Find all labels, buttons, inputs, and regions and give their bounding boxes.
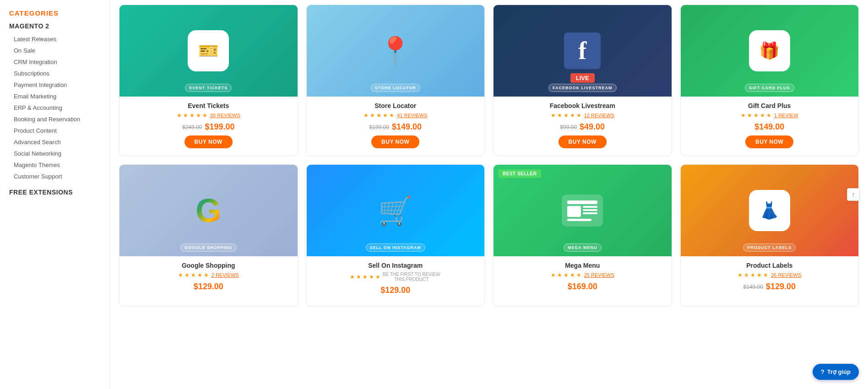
star-icon: ★ — [557, 112, 562, 119]
sidebar-item-product-content[interactable]: Product Content — [9, 125, 105, 136]
product-image: BEST SELLER MEGA MENU — [494, 165, 672, 256]
product-image-label: SELL ON INSTAGRAM — [366, 243, 425, 252]
product-image: 🛒 SELL ON INSTAGRAM — [307, 165, 485, 256]
price-new: $49.00 — [580, 122, 605, 132]
star-icon: ★ — [564, 272, 569, 278]
product-image: f LIVE FACEBOOK LIVESTREAM — [494, 5, 672, 97]
star-icon: ★ — [576, 112, 581, 119]
sidebar-item-subscriptions[interactable]: Subscriptions — [9, 68, 105, 79]
star-icon: ★ — [178, 272, 183, 278]
stars-row: ★★★★★ 2 REVIEWS — [178, 272, 239, 278]
product-card-google-shopping: G GOOGLE SHOPPING Google Shopping ★★★★★ … — [119, 164, 298, 307]
star-icon: ★ — [744, 272, 749, 278]
price-new: $149.00 — [754, 122, 784, 132]
product-image: 📍 STORE LOCATOR — [307, 5, 485, 97]
price-row: $249.00 $199.00 — [182, 122, 234, 132]
stars-row: ★★★★★ 1 REVIEW — [741, 112, 798, 119]
review-link[interactable]: 26 REVIEWS — [771, 272, 801, 278]
star-icon: ★ — [570, 272, 575, 278]
product-image: 👗 PRODUCT LABELS — [681, 165, 859, 256]
price-new: $129.00 — [194, 282, 223, 292]
star-icon: ★ — [551, 112, 556, 119]
star-icon: ★ — [190, 112, 195, 119]
star-icon: ★ — [757, 272, 762, 278]
star-icon: ★ — [557, 272, 562, 278]
product-image: 🎫 EVENT TICKETS — [119, 5, 298, 97]
sidebar-item-magento-themes[interactable]: Magento Themes — [9, 159, 105, 171]
product-title: Facebook Livestream — [550, 102, 615, 109]
stars-row: ★★★★★ 25 REVIEWS — [551, 272, 614, 278]
buy-now-button[interactable]: BUY NOW — [184, 135, 233, 148]
star-icon: ★ — [741, 112, 746, 119]
price-row: $149.00 $129.00 — [743, 282, 796, 292]
product-title: Product Labels — [746, 262, 792, 269]
star-icon: ★ — [370, 112, 375, 119]
stars-row: ★★★★★ 26 REVIEWS — [738, 272, 801, 278]
review-link[interactable]: 41 REVIEWS — [397, 113, 427, 118]
sidebar-item-payment-integration[interactable]: Payment Integration — [9, 79, 105, 91]
product-grid: 🎫 EVENT TICKETS Event Tickets ★★★★★ 30 R… — [119, 5, 859, 307]
sidebar-item-booking-reservation[interactable]: Booking and Reservation — [9, 113, 105, 125]
product-title: Store Locator — [374, 102, 416, 109]
buy-now-button[interactable]: BUY NOW — [745, 135, 793, 148]
sidebar-item-erp-accounting[interactable]: ERP & Accounting — [9, 102, 105, 113]
price-old: $249.00 — [182, 124, 202, 130]
star-icon: ★ — [202, 112, 207, 119]
review-link[interactable]: 2 REVIEWS — [212, 272, 239, 278]
star-icon: ★ — [363, 112, 369, 119]
price-new: $129.00 — [766, 282, 796, 292]
buy-now-button[interactable]: BUY NOW — [559, 135, 607, 148]
product-card-store-locator: 📍 STORE LOCATOR Store Locator ★★★★★ 41 R… — [306, 5, 485, 156]
free-extensions-title: FREE EXTENSIONS — [9, 189, 105, 196]
price-row: $129.00 — [380, 286, 410, 295]
price-new: $149.00 — [392, 122, 422, 132]
categories-title: CATEGORIES — [9, 9, 105, 17]
product-image: G GOOGLE SHOPPING — [119, 165, 298, 256]
star-icon: ★ — [564, 112, 569, 119]
star-icon: ★ — [204, 272, 209, 278]
stars-row: ★★★★★ 12 REVIEWS — [551, 112, 614, 119]
help-button[interactable]: ? Trợ giúp — [813, 364, 859, 380]
help-label: Trợ giúp — [827, 368, 851, 375]
stars-row: ★★★★★ 30 REVIEWS — [177, 112, 240, 119]
star-icon: ★ — [177, 112, 182, 119]
product-card-event-tickets: 🎫 EVENT TICKETS Event Tickets ★★★★★ 30 R… — [119, 5, 298, 156]
sidebar-item-advanced-search[interactable]: Advanced Search — [9, 136, 105, 148]
price-old: $149.00 — [743, 284, 763, 290]
sidebar-item-latest-releases[interactable]: Latest Releases — [9, 33, 105, 45]
product-labels-icon: 👗 — [749, 190, 790, 231]
sidebar-item-social-networking[interactable]: Social Networking — [9, 148, 105, 159]
price-row: $169.00 — [568, 282, 597, 292]
star-icon: ★ — [754, 112, 759, 119]
sidebar-item-customer-support[interactable]: Customer Support — [9, 171, 105, 182]
star-icon: ★ — [389, 112, 394, 119]
review-link[interactable]: 12 REVIEWS — [584, 113, 614, 118]
buy-now-button[interactable]: BUY NOW — [371, 135, 419, 148]
review-link[interactable]: 1 REVIEW — [774, 113, 798, 118]
review-link[interactable]: 30 REVIEWS — [210, 113, 240, 118]
sidebar-item-email-marketing[interactable]: Email Marketing — [9, 91, 105, 102]
product-icon: 🎁 — [749, 30, 790, 71]
product-image-label: GIFT CARD PLUS — [745, 84, 794, 92]
product-card-product-labels: 👗 PRODUCT LABELS Product Labels ★★★★★ 26… — [680, 164, 859, 307]
product-card-mega-menu: BEST SELLER MEGA MENU Mega Menu ★★★★★ 25… — [493, 164, 672, 307]
scroll-top-button[interactable]: ↑ — [847, 188, 860, 201]
product-image-label: STORE LOCATOR — [371, 84, 420, 92]
sidebar-item-crm-integration[interactable]: CRM Integration — [9, 56, 105, 68]
sidebar-item-on-sale[interactable]: On Sale — [9, 45, 105, 56]
product-title: Sell On Instagram — [368, 262, 423, 269]
help-icon: ? — [821, 368, 825, 375]
review-link[interactable]: 25 REVIEWS — [584, 272, 614, 278]
mega-menu-icon — [562, 194, 603, 227]
star-icon: ★ — [766, 112, 771, 119]
product-card-gift-card-plus: 🎁 GIFT CARD PLUS Gift Card Plus ★★★★★ 1 … — [680, 5, 859, 156]
star-icon: ★ — [763, 272, 768, 278]
google-g-icon: G — [195, 192, 221, 229]
star-icon: ★ — [197, 272, 202, 278]
store-locator-icon: 📍 — [378, 35, 412, 67]
sidebar: CATEGORIES MAGENTO 2 Latest ReleasesOn S… — [0, 0, 110, 389]
live-badge: LIVE — [570, 73, 595, 83]
price-new: $129.00 — [380, 286, 410, 295]
price-new: $199.00 — [205, 122, 234, 132]
stars-row: ★★★★★ 41 REVIEWS — [363, 112, 427, 119]
